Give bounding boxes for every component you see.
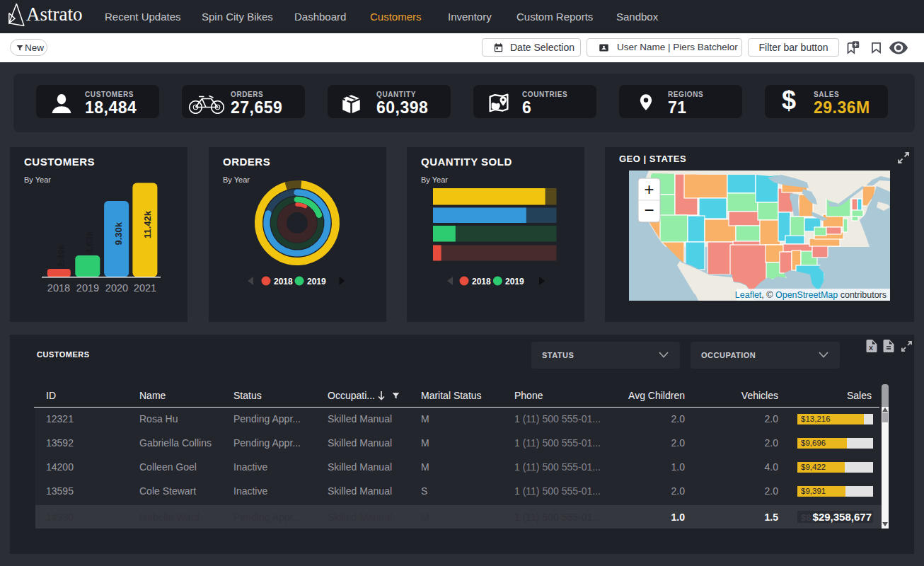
- svg-text:2019: 2019: [505, 277, 524, 287]
- svg-text:−: −: [644, 200, 654, 219]
- svg-text:2018: 2018: [472, 277, 491, 287]
- svg-text:2018: 2018: [274, 277, 293, 287]
- svg-text:4.63k: 4.63k: [84, 231, 95, 254]
- svg-text:Leaflet, © OpenStreetMap contr: Leaflet, © OpenStreetMap contributors: [735, 290, 887, 300]
- svg-text:2019: 2019: [307, 277, 326, 287]
- svg-text:2.49k: 2.49k: [56, 244, 67, 267]
- svg-text:+: +: [644, 180, 654, 199]
- svg-text:2019: 2019: [76, 282, 99, 294]
- svg-text:2021: 2021: [134, 282, 156, 294]
- svg-text:11.42k: 11.42k: [142, 210, 153, 238]
- svg-text:2020: 2020: [105, 282, 128, 294]
- svg-text:X: X: [869, 345, 873, 352]
- svg-text:9.30k: 9.30k: [113, 221, 124, 245]
- svg-text:2018: 2018: [47, 282, 70, 294]
